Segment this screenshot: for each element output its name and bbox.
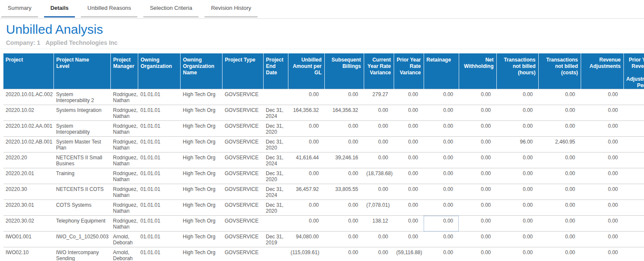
cell-revenue-adjustments[interactable]: 0.00 [581, 232, 623, 247]
cell-net-withholding[interactable]: 0.00 [459, 121, 496, 137]
cell-revenue-adjustments[interactable]: 0.00 [581, 105, 623, 121]
cell-retainage[interactable]: 0.00 [424, 247, 459, 261]
cell-project-name-level[interactable]: Training [53, 168, 110, 184]
cell-owning-organization[interactable]: 01.01.01 [138, 152, 180, 168]
cell-transactions-not-billed-hours[interactable]: 0.00 [496, 232, 538, 247]
cell-net-withholding[interactable]: 0.00 [459, 137, 496, 152]
cell-net-withholding[interactable]: 0.00 [459, 89, 496, 105]
column-header-owning-organization-name[interactable]: Owning Organization Name [180, 53, 222, 89]
cell-transactions-not-billed-hours[interactable]: 0.00 [496, 152, 538, 168]
cell-project-manager[interactable]: Rodriguez, Nathan [110, 200, 138, 216]
cell-project[interactable]: 20220.10.02 [3, 105, 53, 121]
cell-transactions-not-billed-costs[interactable]: 0.00 [538, 216, 581, 232]
cell-unbilled-amount-per-gl[interactable]: 0.00 [288, 216, 324, 232]
cell-prior-year-rate-variance[interactable]: 0.00 [394, 200, 424, 216]
cell-current-year-rate-variance[interactable]: (18,738.68) [364, 168, 394, 184]
cell-project-end-date[interactable]: Dec 31, 2020 [263, 200, 288, 216]
cell-project[interactable]: 20220.10.01.AC.002 [3, 89, 53, 105]
cell-project-name-level[interactable]: IWO_Co_1_10250.003 [53, 232, 110, 247]
cell-project[interactable]: 20220.20 [3, 152, 53, 168]
cell-project-manager[interactable]: Rodriguez, Nathan [110, 105, 138, 121]
cell-unbilled-amount-per-gl[interactable]: 164,356.32 [288, 105, 324, 121]
cell-subsequent-billings[interactable]: 0.00 [324, 216, 364, 232]
cell-current-year-rate-variance[interactable]: 0.00 [364, 121, 394, 137]
cell-project-end-date[interactable]: Dec 31, 2020 [263, 168, 288, 184]
cell-subsequent-billings[interactable]: 0.00 [324, 89, 364, 105]
cell-owning-organization[interactable]: 01.01.01 [138, 247, 180, 261]
cell-project-manager[interactable]: Rodriguez, Nathan [110, 184, 138, 200]
cell-subsequent-billings[interactable]: 0.00 [324, 232, 364, 247]
column-header-prior-year-rate-variance[interactable]: Prior Year Rate Variance [394, 53, 424, 89]
cell-net-withholding[interactable]: 0.00 [459, 232, 496, 247]
cell-project-name-level[interactable]: COTS Systems [53, 200, 110, 216]
cell-current-year-rate-variance[interactable]: 0.00 [364, 137, 394, 152]
cell-retainage[interactable]: 0.00 [424, 152, 459, 168]
cell-project-manager[interactable]: Rodriguez, Nathan [110, 137, 138, 152]
cell-current-year-rate-variance[interactable]: (7,078.01) [364, 200, 394, 216]
cell-project[interactable]: 20220.30.01 [3, 200, 53, 216]
cell-project-end-date[interactable] [263, 216, 288, 232]
cell-current-year-rate-variance[interactable]: 0.00 [364, 247, 394, 261]
cell-prior-year-revenue-adjustments-period[interactable] [623, 152, 644, 168]
column-header-project-name-level[interactable]: Project Name Level [53, 53, 110, 89]
cell-project-type[interactable]: GOVSERVICE [222, 89, 263, 105]
cell-project-type[interactable]: GOVSERVICE [222, 168, 263, 184]
cell-project-end-date[interactable] [263, 247, 288, 261]
cell-net-withholding[interactable]: 0.00 [459, 216, 496, 232]
cell-prior-year-revenue-adjustments-period[interactable] [623, 247, 644, 261]
cell-unbilled-amount-per-gl[interactable]: 0.00 [288, 121, 324, 137]
cell-unbilled-amount-per-gl[interactable]: 94,080.00 [288, 232, 324, 247]
cell-project[interactable]: 20220.20.01 [3, 168, 53, 184]
cell-project-type[interactable]: GOVSERVICE [222, 105, 263, 121]
cell-project-end-date[interactable]: Dec 31, 2020 [263, 137, 288, 152]
cell-revenue-adjustments[interactable]: 0.00 [581, 137, 623, 152]
cell-revenue-adjustments[interactable]: 0.00 [581, 184, 623, 200]
cell-retainage[interactable]: 0.00 [424, 121, 459, 137]
cell-retainage[interactable]: 0.00 [424, 105, 459, 121]
cell-project[interactable]: 20220.30 [3, 184, 53, 200]
cell-transactions-not-billed-costs[interactable]: 0.00 [538, 121, 581, 137]
cell-project-manager[interactable]: Arnold, Deborah [110, 232, 138, 247]
cell-project[interactable]: 20220.10.02.AA.001 [3, 121, 53, 137]
column-header-subsequent-billings[interactable]: Subsequent Billings [324, 53, 364, 89]
cell-prior-year-revenue-adjustments-period[interactable] [623, 216, 644, 232]
cell-owning-organization-name[interactable]: High Tech Org [180, 216, 222, 232]
cell-project-type[interactable]: GOVSERVICE [222, 200, 263, 216]
cell-transactions-not-billed-hours[interactable]: 96.00 [496, 137, 538, 152]
cell-project[interactable]: IWO01.001 [3, 232, 53, 247]
cell-project-manager[interactable]: Rodriguez, Nathan [110, 152, 138, 168]
cell-prior-year-rate-variance[interactable]: 0.00 [394, 105, 424, 121]
cell-retainage[interactable]: 0.00 [424, 216, 459, 232]
cell-owning-organization-name[interactable]: High Tech Org [180, 232, 222, 247]
cell-subsequent-billings[interactable]: 0.00 [324, 137, 364, 152]
cell-retainage[interactable]: 0.00 [424, 232, 459, 247]
cell-owning-organization-name[interactable]: High Tech Org [180, 247, 222, 261]
cell-subsequent-billings[interactable]: 0.00 [324, 200, 364, 216]
cell-unbilled-amount-per-gl[interactable]: 0.00 [288, 168, 324, 184]
tab-details[interactable]: Details [44, 0, 75, 18]
cell-project-manager[interactable]: Rodriguez, Nathan [110, 216, 138, 232]
cell-project-name-level[interactable]: NETCENTS II COTS [53, 184, 110, 200]
cell-owning-organization[interactable]: 01.01.01 [138, 216, 180, 232]
cell-project-type[interactable]: GOVSERVICE [222, 216, 263, 232]
cell-owning-organization-name[interactable]: High Tech Org [180, 105, 222, 121]
cell-prior-year-revenue-adjustments-period[interactable] [623, 168, 644, 184]
column-header-transactions-not-billed-costs[interactable]: Transactions not billed (costs) [538, 53, 581, 89]
cell-prior-year-rate-variance[interactable]: 0.00 [394, 184, 424, 200]
cell-current-year-rate-variance[interactable]: 279.27 [364, 89, 394, 105]
cell-subsequent-billings[interactable]: 0.00 [324, 247, 364, 261]
cell-owning-organization[interactable]: 01.01.01 [138, 184, 180, 200]
cell-project-name-level[interactable]: System Interoperability [53, 121, 110, 137]
cell-transactions-not-billed-costs[interactable]: 0.00 [538, 105, 581, 121]
cell-revenue-adjustments[interactable]: 0.00 [581, 152, 623, 168]
cell-prior-year-rate-variance[interactable]: 0.00 [394, 137, 424, 152]
tab-revision-history[interactable]: Revision History [205, 0, 258, 18]
cell-prior-year-rate-variance[interactable]: 0.00 [394, 121, 424, 137]
cell-project-end-date[interactable]: Dec 31, 2024 [263, 184, 288, 200]
cell-project-type[interactable]: GOVSERVICE [222, 232, 263, 247]
cell-project-name-level[interactable]: IWO Intercompany Sending [53, 247, 110, 261]
cell-net-withholding[interactable]: 0.00 [459, 105, 496, 121]
cell-retainage[interactable]: 0.00 [424, 89, 459, 105]
cell-project-type[interactable]: GOVSERVICE [222, 247, 263, 261]
cell-project-manager[interactable]: Rodriguez, Nathan [110, 89, 138, 105]
